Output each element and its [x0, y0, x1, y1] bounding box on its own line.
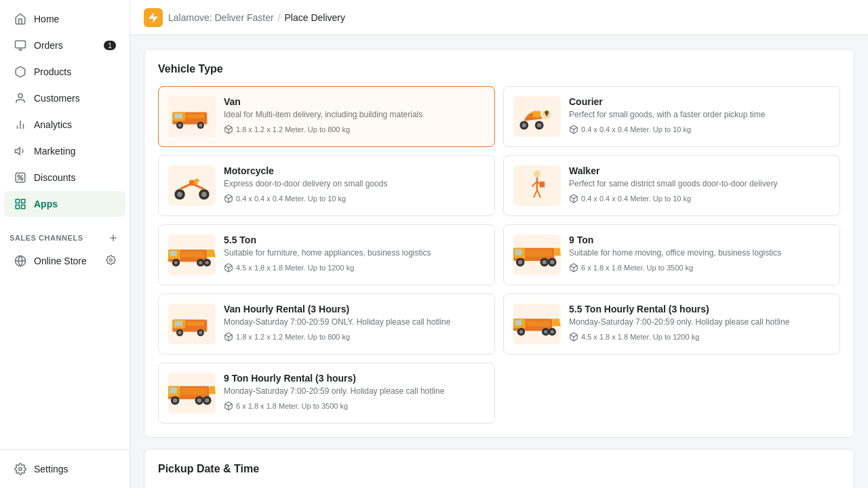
- svg-point-6: [18, 175, 20, 177]
- svg-rect-80: [526, 321, 550, 327]
- vehicle-specs-walker: 0.4 x 0.4 x 0.4 Meter. Up to 10 kg: [569, 194, 830, 203]
- svg-point-95: [197, 399, 201, 403]
- sidebar-item-customers[interactable]: Customers: [4, 85, 125, 111]
- vehicle-specs-ton9_hourly: 6 x 1.8 x 1.8 Meter. Up to 3500 kg: [224, 401, 485, 411]
- vehicle-info-courier: Courier Perfect for small goods, with a …: [569, 96, 830, 134]
- vehicle-card-ton9_hourly[interactable]: 9 Ton Hourly Rental (3 hours) Monday-Sat…: [158, 363, 495, 424]
- sidebar-item-orders[interactable]: Orders 1: [4, 33, 125, 58]
- online-store-settings-icon[interactable]: [106, 255, 116, 267]
- home-icon: [14, 12, 27, 26]
- online-store-icon: [14, 254, 27, 268]
- vehicle-specs-motorcycle: 0.4 x 0.4 x 0.4 Meter. Up to 10 kg: [224, 194, 485, 203]
- vehicle-specs-text-van_hourly: 1.8 x 1.2 x 1.2 Meter. Up to 800 kg: [236, 333, 350, 341]
- vehicle-card-van_hourly[interactable]: Van Hourly Rental (3 Hours) Monday-Satur…: [158, 293, 495, 354]
- vehicle-type-card: Vehicle Type Van Ideal for Multi-item de…: [144, 49, 854, 438]
- svg-rect-13: [22, 205, 25, 209]
- svg-point-27: [199, 123, 202, 127]
- vehicle-card-walker[interactable]: Walker Perfect for same district small g…: [503, 155, 840, 216]
- sidebar-item-orders-label: Orders: [34, 40, 63, 51]
- vehicle-specs-text-van: 1.8 x 1.2 x 1.2 Meter. Up to 800 kg: [236, 125, 350, 134]
- svg-rect-91: [181, 388, 207, 394]
- vehicle-card-courier[interactable]: Courier Perfect for small goods, with a …: [503, 86, 840, 147]
- svg-rect-70: [174, 321, 182, 327]
- orders-icon: [14, 39, 27, 52]
- vehicle-card-ton55[interactable]: 5.5 Ton Suitable for furniture, home app…: [158, 224, 495, 285]
- svg-point-43: [534, 171, 540, 178]
- vehicle-card-ton9[interactable]: 9 Ton Suitable for home moving, office m…: [503, 224, 840, 285]
- svg-line-8: [18, 175, 23, 180]
- sidebar-item-analytics[interactable]: Analytics: [4, 112, 125, 138]
- svg-point-73: [178, 331, 182, 334]
- app-logo: [144, 8, 163, 27]
- sidebar-item-analytics-label: Analytics: [34, 119, 72, 130]
- vehicle-image-ton9_hourly: [168, 373, 216, 413]
- vehicle-image-ton55_hourly: [513, 304, 561, 344]
- svg-rect-60: [526, 249, 552, 256]
- svg-point-1: [18, 94, 22, 98]
- vehicle-card-motorcycle[interactable]: Motorcycle Express door-to-door delivery…: [158, 155, 495, 216]
- svg-rect-49: [181, 251, 205, 258]
- svg-rect-23: [186, 114, 204, 118]
- sales-channels-section: SALES CHANNELS: [0, 223, 130, 247]
- vehicle-desc-walker: Perfect for same district small goods do…: [569, 178, 830, 190]
- sidebar-item-settings[interactable]: Settings: [4, 456, 125, 482]
- vehicle-image-ton9: [513, 235, 561, 275]
- sidebar-item-online-store[interactable]: Online Store: [4, 248, 125, 274]
- add-sales-channel-button[interactable]: [106, 231, 120, 245]
- sidebar-item-marketing[interactable]: Marketing: [4, 138, 125, 164]
- vehicle-specs-text-ton9_hourly: 6 x 1.8 x 1.8 Meter. Up to 3500 kg: [236, 402, 348, 410]
- vehicle-desc-courier: Perfect for small goods, with a faster o…: [569, 109, 830, 121]
- svg-point-93: [173, 399, 177, 403]
- svg-point-53: [199, 261, 202, 264]
- svg-rect-10: [16, 199, 19, 203]
- vehicle-name-courier: Courier: [569, 96, 830, 107]
- breadcrumb-app-name[interactable]: Lalamove: Deliver Faster: [168, 12, 274, 23]
- sidebar-item-products-label: Products: [34, 66, 71, 77]
- analytics-icon: [14, 118, 27, 131]
- sidebar-item-apps[interactable]: Apps: [4, 191, 125, 217]
- sidebar-item-products[interactable]: Products: [4, 59, 125, 85]
- vehicle-specs-ton55_hourly: 4.5 x 1.8 x 1.8 Meter. Up to 1200 kg: [569, 332, 830, 342]
- svg-point-37: [177, 192, 182, 197]
- vehicle-image-walker: [513, 165, 561, 206]
- vehicle-image-ton55: [168, 235, 216, 275]
- sidebar: Home Orders 1 Products Customers: [0, 0, 130, 488]
- breadcrumb-separator: /: [278, 12, 281, 23]
- sidebar-item-home[interactable]: Home: [4, 6, 125, 32]
- vehicle-specs-text-ton55: 4.5 x 1.8 x 1.8 Meter. Up to 1200 kg: [236, 264, 354, 272]
- svg-point-32: [522, 123, 526, 127]
- vehicle-grid: Van Ideal for Multi-item delivery, inclu…: [158, 86, 840, 424]
- vehicle-card-ton55_hourly[interactable]: 5.5 Ton Hourly Rental (3 hours) Monday-S…: [503, 293, 840, 354]
- vehicle-image-motorcycle: [168, 165, 216, 206]
- box-icon-ton55_hourly: [569, 332, 578, 342]
- box-icon-ton9_hourly: [224, 401, 233, 411]
- vehicle-specs-van_hourly: 1.8 x 1.2 x 1.2 Meter. Up to 800 kg: [224, 332, 485, 342]
- vehicle-image-courier: [513, 96, 561, 137]
- sidebar-item-discounts[interactable]: Discounts: [4, 165, 125, 190]
- svg-rect-59: [515, 249, 522, 256]
- box-icon-van_hourly: [224, 332, 233, 342]
- svg-point-86: [551, 330, 554, 333]
- svg-point-25: [178, 123, 182, 127]
- box-icon-courier: [569, 125, 578, 134]
- vehicle-type-title: Vehicle Type: [158, 63, 840, 75]
- vehicle-specs-text-motorcycle: 0.4 x 0.4 x 0.4 Meter. Up to 10 kg: [236, 195, 346, 203]
- svg-rect-22: [174, 114, 182, 119]
- vehicle-specs-ton9: 6 x 1.8 x 1.8 Meter. Up to 3500 kg: [569, 263, 830, 272]
- vehicle-card-van[interactable]: Van Ideal for Multi-item delivery, inclu…: [158, 86, 495, 147]
- svg-point-7: [21, 178, 23, 180]
- breadcrumb-page-title: Place Delivery: [285, 12, 345, 23]
- apps-icon: [14, 197, 27, 211]
- sales-channels-label: SALES CHANNELS: [9, 234, 83, 242]
- pickup-card: Pickup Date & Time: [144, 449, 854, 488]
- box-icon-walker: [569, 194, 578, 203]
- box-icon-ton55: [224, 263, 233, 272]
- main-content: Lalamove: Deliver Faster / Place Deliver…: [130, 0, 868, 488]
- svg-rect-0: [16, 41, 26, 48]
- svg-point-19: [19, 468, 22, 471]
- discounts-icon: [14, 171, 27, 184]
- vehicle-desc-van: Ideal for Multi-item delivery, including…: [224, 109, 485, 121]
- breadcrumb: Lalamove: Deliver Faster / Place Deliver…: [168, 12, 345, 23]
- vehicle-info-ton55_hourly: 5.5 Ton Hourly Rental (3 hours) Monday-S…: [569, 304, 830, 342]
- svg-point-55: [205, 261, 209, 264]
